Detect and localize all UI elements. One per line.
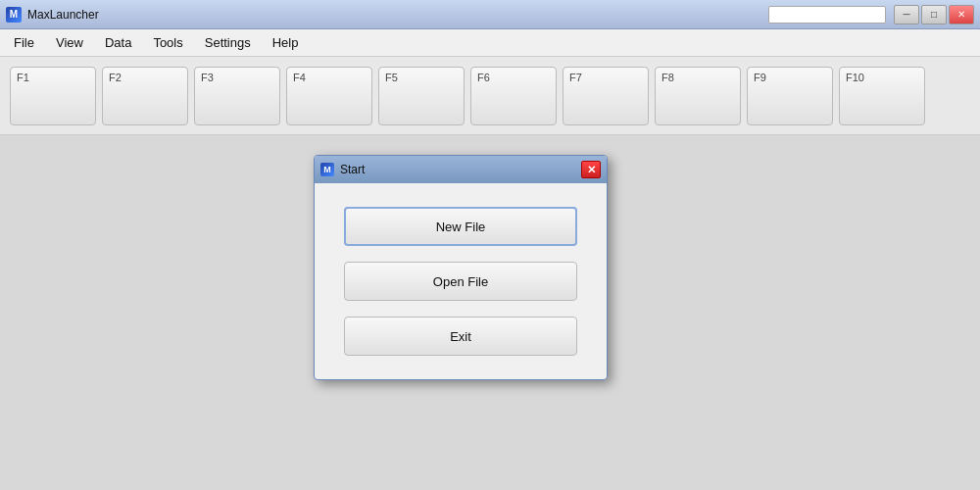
main-area: M Start ✕ New File Open File Exit: [0, 135, 980, 490]
fkey-f8[interactable]: F8: [655, 67, 741, 125]
fkey-f1[interactable]: F1: [10, 67, 96, 125]
fkey-toolbar: F1 F2 F3 F4 F5 F6 F7 F8 F9 F10: [0, 57, 980, 135]
fkey-f9[interactable]: F9: [747, 67, 833, 125]
title-search-input[interactable]: [768, 6, 886, 24]
fkey-f4[interactable]: F4: [286, 67, 372, 125]
close-button[interactable]: ✕: [949, 5, 974, 24]
dialog-title-text: Start: [340, 163, 365, 176]
fkey-f7[interactable]: F7: [563, 67, 649, 125]
fkey-f2[interactable]: F2: [102, 67, 188, 125]
fkey-f5[interactable]: F5: [378, 67, 465, 125]
dialog-app-icon: M: [320, 163, 334, 176]
menu-file[interactable]: File: [4, 31, 44, 54]
title-bar: M MaxLauncher ─ □ ✕: [0, 0, 980, 29]
menu-view[interactable]: View: [46, 31, 93, 54]
app-title: MaxLauncher: [27, 8, 99, 22]
menu-help[interactable]: Help: [263, 31, 309, 54]
menu-data[interactable]: Data: [95, 31, 141, 54]
menu-tools[interactable]: Tools: [143, 31, 192, 54]
restore-button[interactable]: □: [921, 5, 947, 24]
exit-button[interactable]: Exit: [344, 317, 577, 356]
dialog-body: New File Open File Exit: [315, 183, 607, 379]
open-file-button[interactable]: Open File: [344, 262, 577, 301]
dialog-title-bar: M Start ✕: [315, 156, 607, 183]
menu-bar: File View Data Tools Settings Help: [0, 29, 980, 57]
app-icon: M: [6, 7, 22, 23]
menu-settings[interactable]: Settings: [195, 31, 261, 54]
new-file-button[interactable]: New File: [344, 207, 577, 246]
start-dialog: M Start ✕ New File Open File Exit: [314, 155, 608, 380]
fkey-f3[interactable]: F3: [194, 67, 280, 125]
title-bar-left: M MaxLauncher: [6, 7, 99, 23]
fkey-f6[interactable]: F6: [470, 67, 557, 125]
fkey-f10[interactable]: F10: [839, 67, 925, 125]
minimize-button[interactable]: ─: [894, 5, 919, 24]
title-bar-controls: ─ □ ✕: [894, 5, 974, 24]
dialog-title-left: M Start: [320, 163, 365, 176]
dialog-close-button[interactable]: ✕: [581, 161, 601, 178]
